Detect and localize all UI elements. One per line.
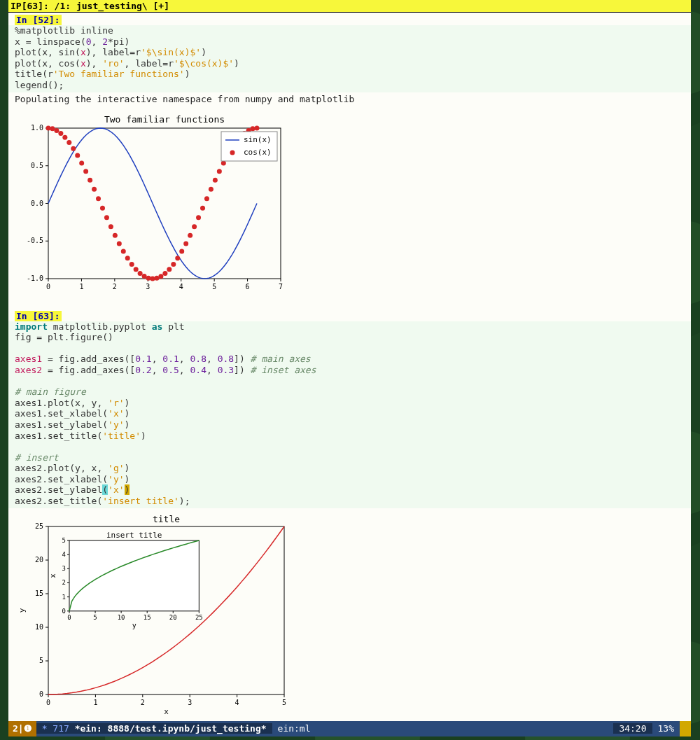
- svg-point-62: [188, 232, 192, 237]
- cell-2[interactable]: In [63]: import matplotlib.pyplot as plt…: [8, 309, 691, 721]
- svg-point-47: [125, 256, 130, 260]
- svg-text:25: 25: [35, 522, 43, 530]
- svg-text:2: 2: [113, 283, 117, 291]
- svg-text:0: 0: [46, 699, 50, 706]
- svg-rect-112: [69, 540, 199, 611]
- svg-point-59: [175, 256, 180, 260]
- svg-text:5: 5: [93, 613, 97, 620]
- modeline-left: * 717 *ein: 8888/test.ipynb/just_testing…: [36, 723, 272, 734]
- svg-text:3: 3: [146, 283, 150, 291]
- svg-point-34: [71, 146, 76, 151]
- svg-text:y: y: [18, 608, 27, 613]
- svg-text:1: 1: [79, 283, 83, 291]
- svg-text:-0.5: -0.5: [27, 237, 43, 244]
- chart-1: Two familiar functions01234567-1.0-0.50.…: [8, 109, 691, 309]
- svg-text:15: 15: [35, 589, 43, 597]
- svg-text:20: 20: [169, 613, 177, 620]
- svg-point-68: [213, 177, 218, 182]
- svg-point-58: [171, 262, 176, 267]
- svg-text:1.0: 1.0: [31, 124, 43, 132]
- svg-point-60: [179, 249, 184, 253]
- svg-point-36: [79, 160, 84, 165]
- svg-text:5: 5: [39, 657, 43, 664]
- inset-plot: title0123450510152025xyinsert title05101…: [15, 514, 295, 717]
- svg-point-45: [117, 241, 122, 246]
- cell-1-output-text: Populating the interactive namespace fro…: [8, 92, 691, 109]
- svg-point-61: [183, 241, 188, 246]
- svg-text:7: 7: [279, 283, 283, 291]
- svg-text:0.5: 0.5: [31, 161, 43, 169]
- svg-text:20: 20: [35, 556, 43, 564]
- svg-point-35: [75, 153, 80, 158]
- svg-text:x: x: [49, 573, 57, 578]
- svg-text:title: title: [153, 514, 180, 524]
- svg-point-50: [138, 271, 143, 276]
- svg-text:2: 2: [62, 579, 66, 586]
- svg-text:insert title: insert title: [106, 531, 162, 540]
- svg-text:25: 25: [195, 613, 203, 620]
- svg-point-42: [104, 215, 109, 220]
- chart-2: title0123450510152025xyinsert title05101…: [8, 508, 691, 721]
- svg-point-78: [254, 125, 259, 130]
- svg-point-40: [96, 196, 101, 201]
- svg-point-31: [58, 131, 63, 136]
- svg-point-37: [83, 169, 88, 174]
- svg-point-29: [50, 126, 55, 131]
- svg-point-30: [54, 127, 59, 132]
- svg-text:4: 4: [235, 699, 239, 706]
- svg-text:x: x: [164, 707, 169, 716]
- svg-point-54: [154, 275, 159, 280]
- cell-2-code[interactable]: import matplotlib.pyplot as plt fig = pl…: [8, 321, 691, 508]
- svg-point-44: [113, 232, 118, 237]
- svg-point-53: [150, 276, 155, 281]
- svg-text:-1.0: -1.0: [27, 274, 43, 282]
- modeline-pct: 13%: [652, 723, 680, 734]
- cell-1-prompt: In [52]:: [15, 15, 62, 25]
- svg-text:0: 0: [67, 613, 71, 620]
- svg-text:10: 10: [35, 623, 43, 631]
- svg-text:0.0: 0.0: [31, 199, 43, 207]
- svg-point-43: [108, 224, 113, 229]
- svg-point-33: [66, 140, 71, 145]
- cell-1-code[interactable]: %matplotlib inline x = linspace(0, 2*pi)…: [8, 25, 691, 92]
- svg-text:10: 10: [118, 613, 125, 620]
- svg-point-55: [158, 274, 163, 279]
- svg-point-57: [167, 267, 172, 272]
- svg-point-69: [217, 169, 222, 174]
- svg-text:3: 3: [62, 565, 66, 572]
- svg-text:5: 5: [212, 283, 216, 291]
- svg-text:6: 6: [246, 283, 250, 291]
- svg-point-28: [46, 125, 51, 130]
- svg-point-46: [121, 249, 126, 253]
- editor-frame: IP[63]: /1: just_testing\ [+] In [52]: %…: [8, 0, 691, 736]
- svg-point-56: [162, 271, 167, 276]
- svg-point-32: [62, 134, 67, 139]
- svg-point-67: [209, 186, 214, 191]
- svg-point-49: [134, 267, 139, 272]
- mode-line: 2|❶ * 717 *ein: 8888/test.ipynb/just_tes…: [8, 721, 691, 736]
- svg-text:3: 3: [188, 699, 192, 706]
- cell-1[interactable]: In [52]: %matplotlib inline x = linspace…: [8, 13, 691, 309]
- svg-text:0: 0: [46, 283, 50, 291]
- svg-text:1: 1: [93, 699, 97, 706]
- svg-text:cos(x): cos(x): [244, 148, 272, 157]
- svg-text:1: 1: [62, 593, 66, 600]
- svg-point-38: [88, 177, 92, 182]
- svg-text:2: 2: [141, 699, 145, 706]
- svg-point-65: [200, 205, 205, 210]
- modeline-pos: 34:20: [613, 723, 652, 734]
- svg-point-41: [100, 205, 105, 210]
- svg-text:0: 0: [62, 607, 66, 614]
- modeline-mode: ein:ml: [272, 723, 316, 734]
- svg-text:Two familiar functions: Two familiar functions: [104, 114, 225, 125]
- svg-point-63: [192, 224, 197, 229]
- svg-text:5: 5: [282, 699, 286, 706]
- svg-point-39: [92, 186, 97, 191]
- title-bar: IP[63]: /1: just_testing\ [+]: [8, 0, 691, 13]
- cell-2-prompt: In [63]:: [15, 311, 62, 321]
- svg-point-48: [130, 262, 134, 267]
- modeline-badge: 2|❶: [8, 721, 36, 736]
- svg-text:4: 4: [62, 551, 66, 558]
- svg-point-51: [142, 274, 147, 279]
- svg-text:15: 15: [144, 613, 151, 620]
